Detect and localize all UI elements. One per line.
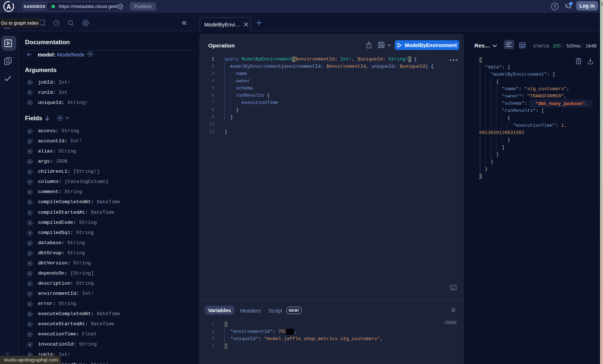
- svg-text:A: A: [7, 3, 11, 11]
- svg-text:?: ?: [553, 4, 556, 9]
